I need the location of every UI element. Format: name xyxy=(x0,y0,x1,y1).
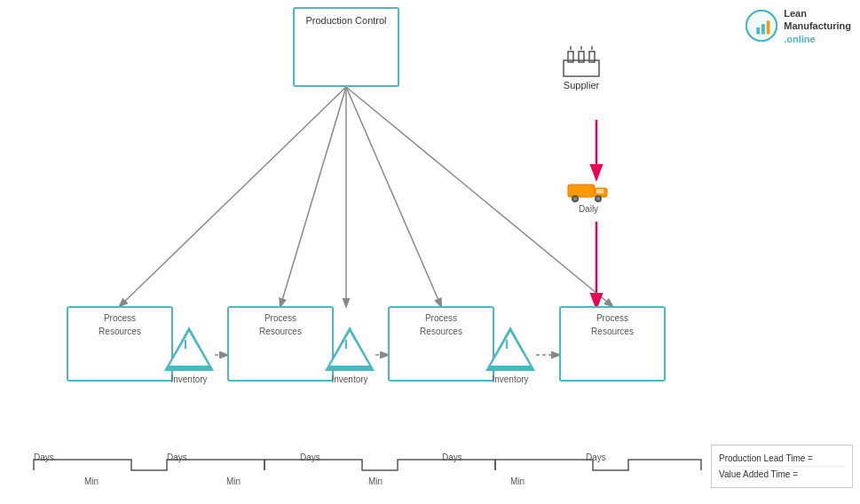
canvas: Lean Manufacturing .online Production Co… xyxy=(0,0,860,504)
inventory-3: I Inventory xyxy=(485,327,535,384)
inventory-label-3: Inventory xyxy=(492,374,528,384)
process-box-4: Process Resources xyxy=(559,306,666,382)
inventory-triangle-3: I xyxy=(485,327,535,371)
min-label-3: Min xyxy=(368,476,383,486)
process-sub-3: Resources xyxy=(420,327,462,336)
svg-point-18 xyxy=(746,11,777,41)
svg-line-3 xyxy=(346,87,441,306)
svg-line-1 xyxy=(280,87,346,306)
process-sub-4: Resources xyxy=(591,327,634,336)
process-box-1: Process Resources xyxy=(67,306,173,382)
legend-box: Production Lead Time = Value Added Time … xyxy=(711,445,853,488)
min-label-4: Min xyxy=(510,476,525,486)
process-box-3: Process Resources xyxy=(388,306,494,382)
svg-point-30 xyxy=(573,197,577,201)
process-title-4: Process xyxy=(596,313,628,323)
process-title-3: Process xyxy=(425,313,457,323)
truck-label: Daily xyxy=(579,204,598,214)
min-label-1: Min xyxy=(84,476,99,486)
process-box-2: Process Resources xyxy=(227,306,334,382)
production-control-label: Production Control xyxy=(305,14,386,27)
process-title-2: Process xyxy=(264,313,296,323)
truck-icon xyxy=(566,177,611,202)
supplier-box: Supplier xyxy=(559,43,604,91)
days-label-2: Days xyxy=(167,453,187,462)
production-lead-time-label: Production Lead Time = xyxy=(719,451,845,467)
process-title-1: Process xyxy=(104,313,136,323)
supplier-icon xyxy=(559,43,604,78)
inventory-label-1: Inventory xyxy=(170,374,207,384)
logo-icon xyxy=(745,9,778,43)
svg-rect-28 xyxy=(596,189,604,193)
process-sub-1: Resources xyxy=(99,327,141,336)
value-added-time-label: Value Added Time = xyxy=(719,467,845,482)
svg-point-32 xyxy=(596,197,600,201)
inventory-label-2: Inventory xyxy=(331,374,367,384)
days-label-1: Days xyxy=(34,453,54,462)
production-control-box: Production Control xyxy=(293,7,399,87)
days-label-3: Days xyxy=(300,453,320,462)
svg-rect-26 xyxy=(568,185,595,197)
svg-line-0 xyxy=(120,87,346,306)
truck-area: Daily xyxy=(566,177,611,214)
supplier-label: Supplier xyxy=(564,80,599,91)
min-label-2: Min xyxy=(226,476,241,486)
inventory-1: I Inventory xyxy=(164,327,214,384)
logo-text: Lean Manufacturing .online xyxy=(784,7,851,45)
logo-area: Lean Manufacturing .online xyxy=(745,7,851,45)
inventory-2: I Inventory xyxy=(325,327,375,384)
days-label-4: Days xyxy=(442,453,462,462)
inventory-triangle-2: I xyxy=(325,327,375,371)
process-sub-2: Resources xyxy=(259,327,302,336)
inventory-triangle-1: I xyxy=(164,327,214,371)
days-label-5: Days xyxy=(586,453,606,462)
